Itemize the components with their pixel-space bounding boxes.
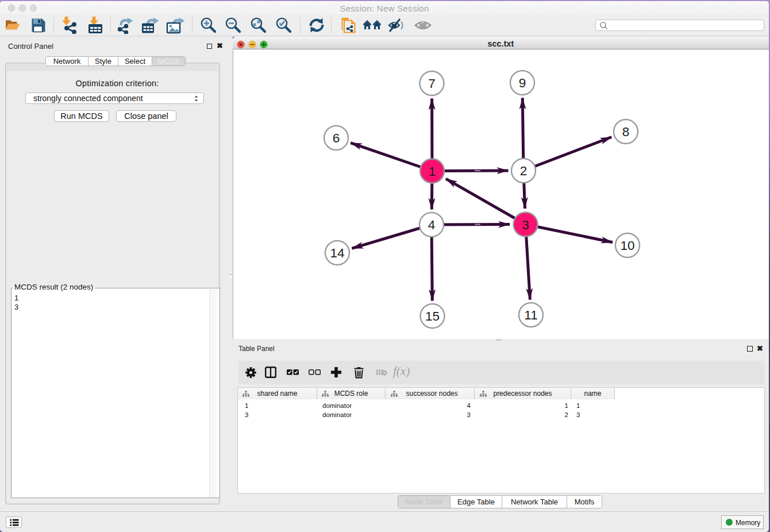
svg-text:14: 14	[330, 246, 344, 260]
svg-text:8: 8	[622, 125, 630, 139]
svg-text:1: 1	[429, 164, 436, 179]
svg-text:3: 3	[522, 218, 529, 232]
svg-text:10: 10	[620, 238, 634, 253]
svg-text:15: 15	[425, 309, 440, 323]
svg-text:6: 6	[333, 131, 340, 145]
svg-text:9: 9	[519, 76, 526, 90]
svg-text:11: 11	[524, 308, 537, 322]
svg-text:2: 2	[520, 164, 528, 178]
svg-text:4: 4	[428, 218, 436, 232]
svg-text:7: 7	[428, 76, 436, 91]
